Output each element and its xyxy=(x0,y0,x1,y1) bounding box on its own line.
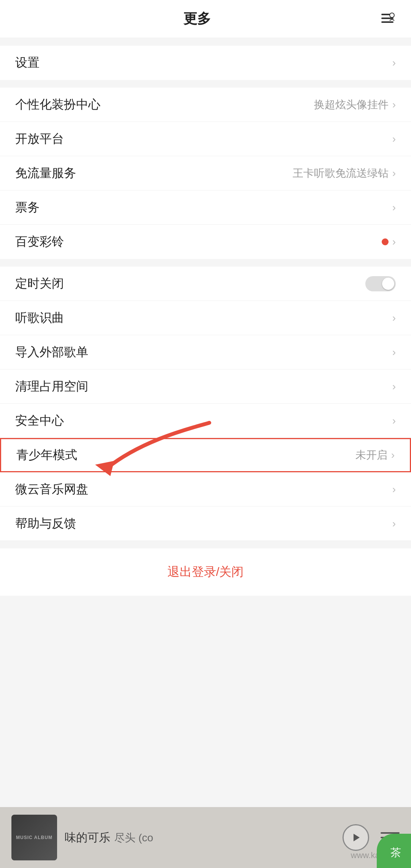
svg-point-3 xyxy=(390,13,394,18)
player-info: 味的可乐 尽头 (co xyxy=(65,830,335,846)
chevron-icon: › xyxy=(392,518,396,530)
section-personalization: 个性化装扮中心 换超炫头像挂件 › 开放平台 › 免流量服务 王卡听歌免流送绿钻… xyxy=(0,88,411,259)
personalize-label: 个性化装扮中心 xyxy=(15,96,100,113)
ringtone-label: 百变彩铃 xyxy=(15,233,64,250)
chevron-icon: › xyxy=(392,312,396,324)
youth-mode-label: 青少年模式 xyxy=(16,447,77,464)
help-label: 帮助与反馈 xyxy=(15,515,76,532)
import-label: 导入外部歌单 xyxy=(15,344,88,361)
menu-item-help[interactable]: 帮助与反馈 › xyxy=(0,507,411,541)
tickets-label: 票务 xyxy=(15,199,40,216)
cloud-disk-label: 微云音乐网盘 xyxy=(15,481,88,498)
settings-right: › xyxy=(392,57,396,69)
chevron-icon: › xyxy=(392,99,396,111)
free-traffic-right: 王卡听歌免流送绿钻 › xyxy=(293,166,396,181)
ringtone-right: › xyxy=(382,236,396,248)
tickets-right: › xyxy=(392,201,396,214)
menu-item-clean[interactable]: 清理占用空间 › xyxy=(0,369,411,404)
green-tea-icon: 茶 xyxy=(377,834,411,868)
player-bar: MUSIC ALBUM 味的可乐 尽头 (co xyxy=(0,807,411,868)
svg-marker-5 xyxy=(354,834,360,841)
section-settings: 设置 › xyxy=(0,46,411,80)
red-dot-badge xyxy=(382,238,389,245)
logout-section: 退出登录/关闭 xyxy=(0,548,411,596)
header: 更多 xyxy=(0,0,411,38)
chevron-icon: › xyxy=(392,483,396,496)
menu-item-open-platform[interactable]: 开放平台 › xyxy=(0,122,411,156)
settings-label: 设置 xyxy=(15,54,40,71)
svg-rect-2 xyxy=(381,21,393,23)
cloud-disk-right: › xyxy=(392,483,396,496)
green-tea-text: 茶 xyxy=(390,846,401,860)
menu-item-tickets[interactable]: 票务 › xyxy=(0,190,411,225)
menu-item-ringtone[interactable]: 百变彩铃 › xyxy=(0,225,411,259)
chevron-icon: › xyxy=(392,57,396,69)
safety-right: › xyxy=(392,415,396,427)
menu-item-safety[interactable]: 安全中心 › xyxy=(0,404,411,438)
clean-right: › xyxy=(392,380,396,393)
timer-label: 定时关闭 xyxy=(15,275,64,292)
song-suffix: 尽头 (co xyxy=(114,831,153,845)
safety-label: 安全中心 xyxy=(15,412,64,429)
section-tools: 定时关闭 听歌识曲 › 导入外部歌单 › 清理占用空间 › xyxy=(0,267,411,541)
menu-item-timer[interactable]: 定时关闭 xyxy=(0,267,411,301)
timer-right xyxy=(365,276,396,291)
page-title: 更多 xyxy=(183,10,211,28)
menu-item-settings[interactable]: 设置 › xyxy=(0,46,411,80)
free-traffic-label: 免流量服务 xyxy=(15,165,76,182)
youth-mode-right: 未开启 › xyxy=(355,448,395,462)
menu-item-shazam[interactable]: 听歌识曲 › xyxy=(0,301,411,335)
shazam-right: › xyxy=(392,312,396,324)
chevron-icon: › xyxy=(392,236,396,248)
chevron-icon: › xyxy=(391,449,395,461)
import-right: › xyxy=(392,346,396,358)
album-cover: MUSIC ALBUM xyxy=(11,815,57,860)
chevron-icon: › xyxy=(392,133,396,145)
open-platform-right: › xyxy=(392,133,396,145)
menu-item-free-traffic[interactable]: 免流量服务 王卡听歌免流送绿钻 › xyxy=(0,156,411,190)
play-button[interactable] xyxy=(342,824,369,851)
chevron-icon: › xyxy=(392,201,396,214)
open-platform-label: 开放平台 xyxy=(15,131,64,147)
chevron-icon: › xyxy=(392,415,396,427)
chevron-icon: › xyxy=(392,380,396,393)
chevron-icon: › xyxy=(392,346,396,358)
menu-item-cloud-disk[interactable]: 微云音乐网盘 › xyxy=(0,472,411,507)
song-name: 味的可乐 xyxy=(65,830,110,846)
youth-mode-badge: 未开启 xyxy=(355,448,387,462)
header-menu-button[interactable] xyxy=(379,10,396,28)
toggle-knob xyxy=(382,278,394,290)
chevron-icon: › xyxy=(392,167,396,179)
menu-item-youth-mode[interactable]: 青少年模式 未开启 › xyxy=(0,438,411,472)
page-content: 更多 设置 › 个性化装扮中心 换超炫头像挂件 › xyxy=(0,0,411,672)
personalize-right: 换超炫头像挂件 › xyxy=(314,98,396,112)
free-traffic-badge: 王卡听歌免流送绿钻 xyxy=(293,166,389,181)
help-right: › xyxy=(392,518,396,530)
personalize-badge: 换超炫头像挂件 xyxy=(314,98,389,112)
menu-item-personalize[interactable]: 个性化装扮中心 换超炫头像挂件 › xyxy=(0,88,411,122)
shazam-label: 听歌识曲 xyxy=(15,310,64,326)
menu-item-import[interactable]: 导入外部歌单 › xyxy=(0,335,411,369)
album-cover-text: MUSIC ALBUM xyxy=(14,833,54,842)
clean-label: 清理占用空间 xyxy=(15,378,88,395)
logout-button[interactable]: 退出登录/关闭 xyxy=(167,564,244,580)
timer-toggle[interactable] xyxy=(365,276,396,291)
